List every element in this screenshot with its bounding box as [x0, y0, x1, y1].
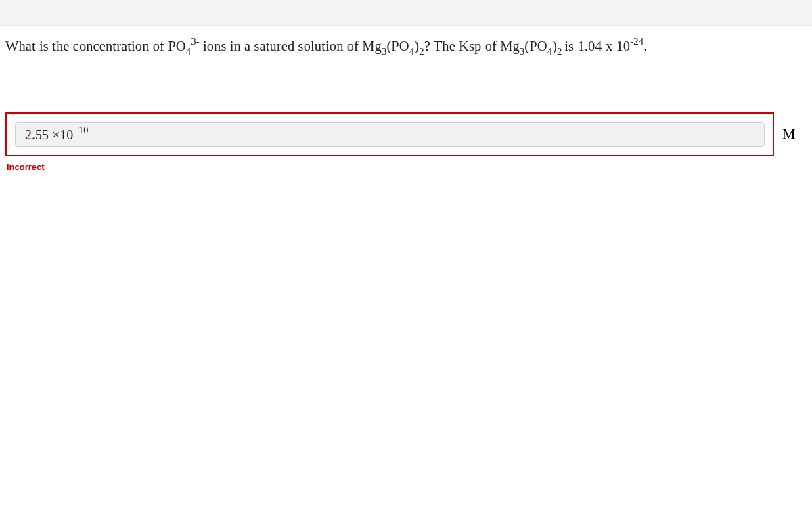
- answer-exponent-digits: 10: [78, 125, 88, 135]
- q-sub: 3: [382, 46, 386, 57]
- q-sub: 4: [186, 46, 191, 57]
- question-area: What is the concentration of PO43- ions …: [0, 26, 812, 172]
- q-frag: (PO: [386, 39, 409, 53]
- q-sup: 3-: [191, 36, 200, 47]
- answer-row: 2.55 ×10−10 M: [5, 112, 807, 157]
- q-frag: ? The Ksp of Mg: [424, 39, 520, 53]
- window-titlebar: [0, 0, 812, 26]
- q-frag: .: [644, 39, 647, 53]
- minus-sign: −: [73, 120, 78, 131]
- answer-times-ten: ×10: [49, 127, 73, 141]
- feedback-text: Incorrect: [7, 162, 807, 172]
- answer-coefficient: 2.55: [25, 127, 49, 141]
- q-sup: -24: [630, 36, 644, 47]
- q-sub: 4: [547, 46, 552, 57]
- answer-exponent: −10: [73, 125, 88, 135]
- q-sub: 2: [419, 46, 424, 57]
- q-sub: 2: [557, 46, 564, 57]
- q-frag: What is the concentration of PO: [5, 39, 186, 53]
- answer-input[interactable]: 2.55 ×10−10: [15, 122, 765, 148]
- unit-label: M: [782, 125, 796, 143]
- q-frag: (PO: [524, 39, 547, 53]
- question-text: What is the concentration of PO43- ions …: [5, 35, 807, 58]
- q-frag: is 1.04 x 10: [564, 39, 630, 53]
- q-sub: 4: [409, 46, 414, 57]
- answer-container-incorrect: 2.55 ×10−10: [5, 112, 774, 157]
- q-frag: ions in a satured solution of Mg: [200, 39, 382, 53]
- q-sub: 3: [520, 46, 524, 57]
